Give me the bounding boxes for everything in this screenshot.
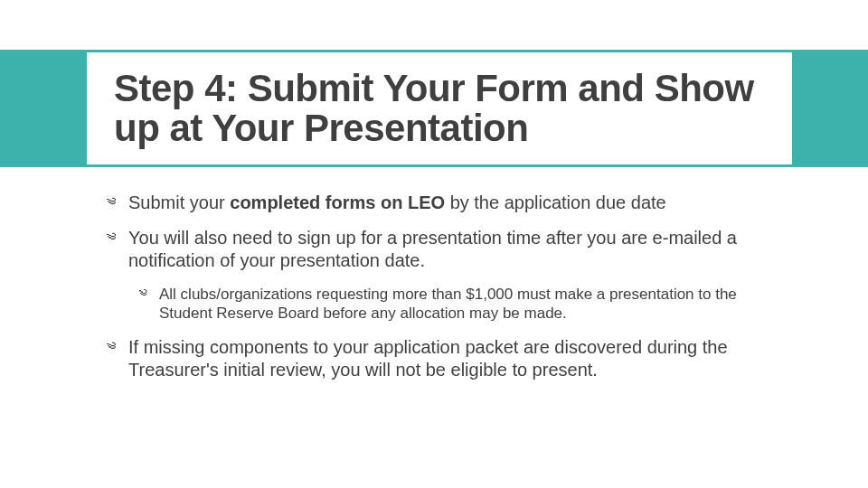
text-pre: If missing components to your applicatio…	[128, 337, 728, 380]
bullet-text: All clubs/organizations requesting more …	[159, 285, 776, 324]
slide-title: Step 4: Submit Your Form and Show up at …	[114, 69, 792, 148]
text-pre: You will also need to sign up for a pres…	[128, 228, 737, 270]
bullet-item: ༄ Submit your completed forms on LEO by …	[107, 192, 776, 214]
bullet-text: Submit your completed forms on LEO by th…	[128, 192, 666, 214]
text-bold: completed forms on LEO	[230, 192, 445, 212]
bullet-item: ༄ If missing components to your applicat…	[107, 336, 776, 381]
body-area: ༄ Submit your completed forms on LEO by …	[107, 192, 776, 394]
title-box: Step 4: Submit Your Form and Show up at …	[87, 52, 792, 164]
bullet-text: You will also need to sign up for a pres…	[128, 227, 776, 272]
slide: Step 4: Submit Your Form and Show up at …	[0, 0, 868, 488]
bullet-glyph-icon: ༄	[107, 336, 128, 381]
bullet-item: ༄ You will also need to sign up for a pr…	[107, 227, 776, 272]
bullet-glyph-icon: ༄	[139, 285, 159, 324]
bullet-glyph-icon: ༄	[107, 227, 128, 272]
text-pre: Submit your	[128, 192, 230, 212]
text-post: by the application due date	[445, 192, 666, 212]
bullet-glyph-icon: ༄	[107, 192, 128, 214]
text-pre: All clubs/organizations requesting more …	[159, 286, 737, 322]
bullet-sub-item: ༄ All clubs/organizations requesting mor…	[139, 285, 776, 324]
bullet-text: If missing components to your applicatio…	[128, 336, 776, 381]
